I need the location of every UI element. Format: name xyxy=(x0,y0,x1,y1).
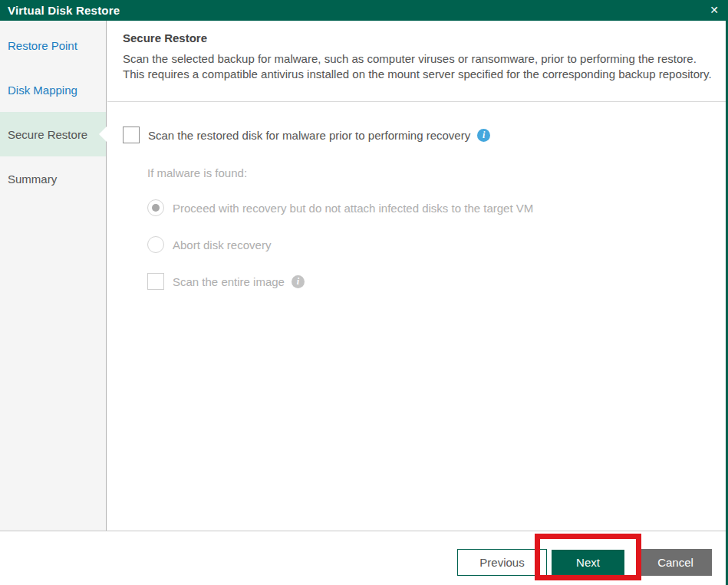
proceed-radio-label: Proceed with recovery but do not attach … xyxy=(173,202,533,215)
proceed-radio xyxy=(147,199,164,216)
page-title: Secure Restore xyxy=(123,31,712,44)
previous-button[interactable]: Previous xyxy=(457,549,547,576)
abort-radio-row: Abort disk recovery xyxy=(147,236,726,253)
entire-image-label: Scan the entire image xyxy=(173,275,285,288)
next-button-label: Next xyxy=(576,556,600,569)
proceed-radio-row: Proceed with recovery but do not attach … xyxy=(147,199,726,216)
info-icon: i xyxy=(292,275,305,288)
cancel-button[interactable]: Cancel xyxy=(639,549,712,576)
wizard-steps-sidebar: Restore Point Disk Mapping Secure Restor… xyxy=(0,21,107,531)
step-label: Summary xyxy=(8,173,57,186)
sidebar-item-summary: Summary xyxy=(0,156,106,201)
abort-radio-label: Abort disk recovery xyxy=(173,238,271,251)
wizard-footer: Previous Next Cancel xyxy=(0,531,728,585)
step-label: Restore Point xyxy=(8,39,77,52)
info-icon[interactable]: i xyxy=(477,129,490,142)
step-label: Secure Restore xyxy=(8,128,87,141)
malware-options-group: If malware is found: Proceed with recove… xyxy=(147,166,726,290)
step-label: Disk Mapping xyxy=(8,84,77,97)
entire-image-checkbox xyxy=(147,273,164,290)
next-button[interactable]: Next xyxy=(552,550,624,575)
step-description: Scan the selected backup for malware, su… xyxy=(123,51,712,82)
step-content: Scan the restored disk for malware prior… xyxy=(107,102,726,531)
scan-malware-row: Scan the restored disk for malware prior… xyxy=(123,127,726,143)
entire-image-row: Scan the entire image i xyxy=(147,273,726,290)
step-header: Secure Restore Scan the selected backup … xyxy=(107,21,726,102)
cancel-button-label: Cancel xyxy=(657,556,693,569)
titlebar: Virtual Disk Restore ✕ xyxy=(0,0,728,21)
virtual-disk-restore-dialog: Virtual Disk Restore ✕ Restore Point Dis… xyxy=(0,0,728,585)
sidebar-item-disk-mapping[interactable]: Disk Mapping xyxy=(0,67,106,112)
previous-button-label: Previous xyxy=(479,556,524,569)
sidebar-item-restore-point[interactable]: Restore Point xyxy=(0,23,106,67)
abort-radio xyxy=(147,236,164,253)
sidebar-item-secure-restore[interactable]: Secure Restore xyxy=(0,112,106,156)
scan-malware-label: Scan the restored disk for malware prior… xyxy=(148,129,470,142)
close-icon[interactable]: ✕ xyxy=(710,0,719,21)
if-malware-found-label: If malware is found: xyxy=(147,166,726,179)
window-title: Virtual Disk Restore xyxy=(8,4,120,17)
scan-malware-checkbox[interactable] xyxy=(123,127,140,143)
